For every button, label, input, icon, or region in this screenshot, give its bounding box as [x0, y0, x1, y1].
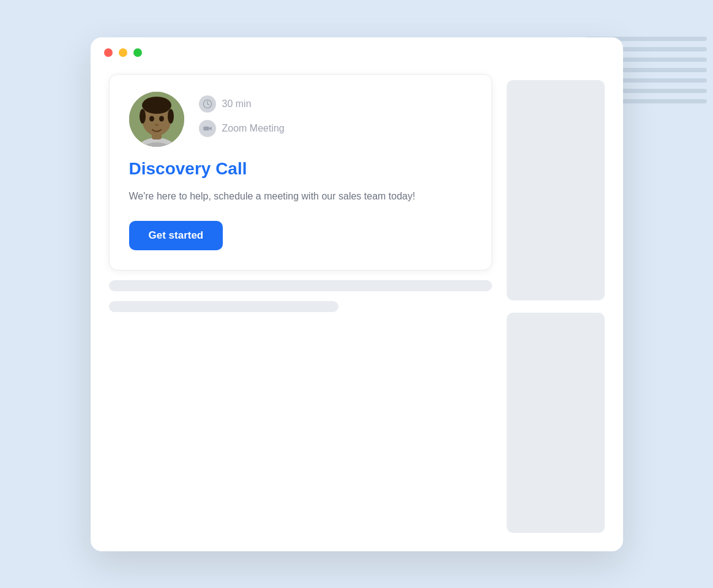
- skeleton-block-top: [507, 80, 605, 300]
- discovery-card: 30 min Zoom Meeting: [109, 74, 492, 271]
- meeting-type-item: Zoom Meeting: [199, 120, 285, 137]
- svg-point-8: [159, 116, 164, 121]
- meta-info: 30 min Zoom Meeting: [199, 92, 285, 137]
- content-area: 30 min Zoom Meeting: [91, 68, 623, 551]
- card-description: We're here to help, schedule a meeting w…: [129, 188, 472, 204]
- svg-point-6: [168, 109, 174, 124]
- avatar: [129, 92, 184, 147]
- svg-point-9: [155, 124, 159, 126]
- skeleton-block-bottom: [507, 313, 605, 533]
- minimize-button[interactable]: [119, 48, 127, 57]
- svg-point-4: [142, 97, 171, 114]
- maximize-button[interactable]: [133, 48, 142, 57]
- duration-label: 30 min: [222, 99, 252, 110]
- browser-window: 30 min Zoom Meeting: [91, 37, 623, 551]
- meeting-type-label: Zoom Meeting: [222, 123, 285, 134]
- title-bar: [91, 37, 623, 68]
- zoom-icon: [199, 120, 216, 137]
- duration-item: 30 min: [199, 95, 285, 113]
- svg-rect-11: [203, 126, 209, 130]
- get-started-button[interactable]: Get started: [129, 221, 223, 250]
- svg-point-5: [140, 109, 146, 124]
- card-title: Discovery Call: [129, 159, 472, 179]
- card-header: 30 min Zoom Meeting: [129, 92, 472, 147]
- svg-point-7: [149, 116, 154, 121]
- skeleton-bar-long: [109, 280, 492, 291]
- left-panel: 30 min Zoom Meeting: [109, 74, 492, 533]
- skeleton-bar-short: [109, 301, 339, 312]
- close-button[interactable]: [104, 48, 113, 57]
- clock-icon: [199, 95, 216, 113]
- right-panel: [507, 74, 605, 533]
